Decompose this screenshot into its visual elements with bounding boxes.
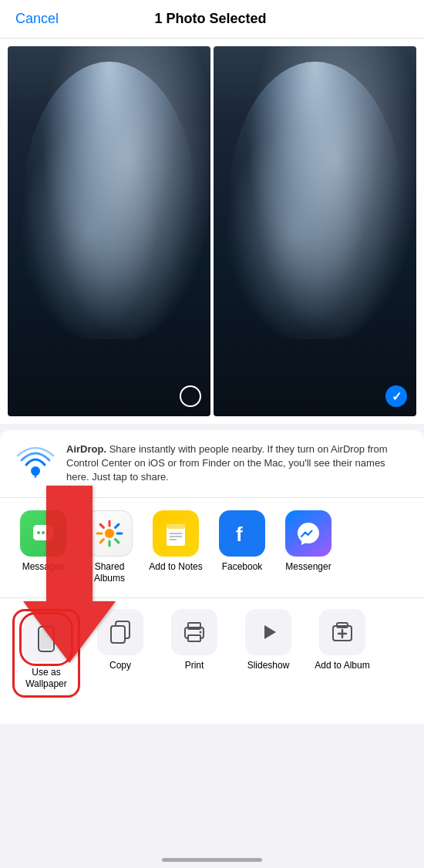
photo-item-unselected[interactable] [8, 46, 210, 416]
wallpaper-label: Use asWallpaper [25, 667, 67, 691]
facebook-icon: f [219, 510, 265, 557]
shared-albums-label: SharedAlbums [94, 561, 125, 585]
action-item-copy[interactable]: Copy [86, 609, 154, 698]
svg-point-3 [37, 531, 40, 534]
svg-rect-14 [40, 629, 52, 649]
action-item-add-to-album[interactable]: Add to Album [308, 609, 376, 698]
svg-point-4 [42, 531, 45, 534]
photo-selector-unselected[interactable] [180, 385, 201, 407]
app-item-shared-albums[interactable]: SharedAlbums [79, 510, 140, 585]
cancel-button[interactable]: Cancel [15, 11, 59, 27]
airdrop-description: AirDrop. Share instantly with people nea… [66, 442, 409, 485]
svg-point-6 [105, 529, 114, 538]
notes-icon [153, 510, 199, 557]
wallpaper-icon [23, 616, 69, 662]
slideshow-label: Slideshow [247, 660, 290, 672]
add-to-album-icon [319, 609, 365, 655]
svg-marker-21 [264, 625, 276, 639]
apps-row: Messages SharedAlbums [0, 498, 424, 598]
app-item-facebook[interactable]: f Facebook [211, 510, 273, 585]
messenger-icon [285, 510, 331, 557]
app-item-add-to-notes[interactable]: Add to Notes [145, 510, 207, 585]
app-item-messenger[interactable]: Messenger [278, 510, 339, 585]
add-to-album-label: Add to Album [315, 660, 369, 672]
svg-rect-8 [167, 524, 185, 529]
print-label: Print [185, 660, 204, 672]
photo-item-selected[interactable]: ✓ [214, 46, 416, 416]
add-to-notes-label: Add to Notes [149, 561, 202, 574]
airdrop-banner[interactable]: AirDrop. Share instantly with people nea… [0, 430, 424, 498]
photo-selector-selected[interactable]: ✓ [385, 385, 407, 407]
svg-rect-19 [188, 635, 200, 641]
slideshow-icon [245, 609, 291, 655]
airdrop-icon [15, 443, 56, 483]
messages-icon [20, 510, 66, 557]
app-item-messages[interactable]: Messages [12, 510, 74, 585]
svg-point-5 [46, 531, 49, 534]
home-indicator [162, 858, 262, 862]
shared-albums-icon [86, 510, 133, 557]
print-icon [171, 609, 217, 655]
checkmark-icon: ✓ [392, 389, 402, 404]
actions-row: Use asWallpaper Copy Print [0, 598, 424, 708]
svg-text:f: f [236, 523, 243, 546]
svg-point-20 [200, 631, 202, 633]
svg-rect-16 [111, 626, 125, 643]
action-item-wallpaper[interactable]: Use asWallpaper [12, 609, 80, 698]
copy-label: Copy [109, 660, 131, 672]
page-title: 1 Photo Selected [154, 11, 266, 27]
photo-grid: ✓ [0, 39, 424, 424]
header: Cancel 1 Photo Selected [0, 0, 424, 39]
action-item-slideshow[interactable]: Slideshow [234, 609, 302, 698]
copy-icon [97, 609, 143, 655]
facebook-label: Facebook [222, 561, 263, 574]
share-sheet: AirDrop. Share instantly with people nea… [0, 430, 424, 724]
action-item-print[interactable]: Print [160, 609, 228, 698]
messages-label: Messages [22, 561, 65, 574]
messenger-label: Messenger [285, 561, 331, 574]
